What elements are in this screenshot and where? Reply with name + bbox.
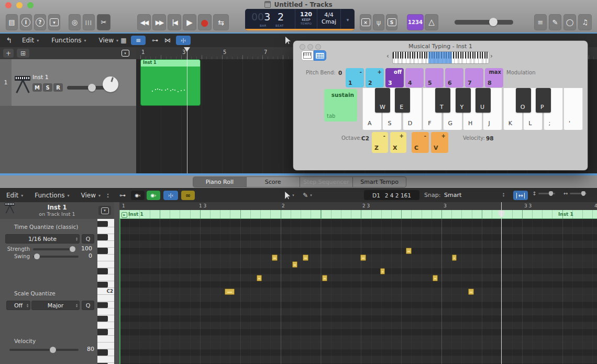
piano-key-black-row[interactable]: [97, 248, 114, 255]
collapse-button[interactable]: ▾▴: [103, 191, 113, 200]
octave-key-c[interactable]: C-: [412, 132, 429, 153]
midi-note[interactable]: [225, 289, 235, 295]
tab-step-sequencer[interactable]: Step Sequencer: [300, 177, 353, 187]
piano-roll-playhead[interactable]: [501, 202, 502, 364]
scale-root-dropdown[interactable]: Off ▴▾: [6, 301, 30, 310]
typing-view-toggle[interactable]: [314, 50, 326, 61]
black-key-u[interactable]: U: [476, 88, 491, 113]
apple-loops-button[interactable]: ◯: [563, 14, 576, 30]
count-in-button[interactable]: 1234: [407, 14, 424, 30]
scale-quantize-apply-button[interactable]: Q: [82, 301, 94, 310]
track-list-empty[interactable]: [0, 106, 136, 173]
browsers-button[interactable]: ♫: [578, 14, 592, 30]
sustain-key[interactable]: sustain tab: [324, 89, 357, 122]
lcd-key-signature[interactable]: 4/4 Cmaj: [317, 9, 340, 30]
track-header-options-button[interactable]: ▾: [119, 49, 131, 58]
list-editors-button[interactable]: ≡: [534, 14, 547, 30]
add-track-button[interactable]: +: [3, 49, 14, 58]
octave-key-v[interactable]: V+: [431, 132, 448, 153]
piano-key-white-row[interactable]: [97, 261, 114, 268]
quantize-apply-button[interactable]: Q: [82, 234, 94, 244]
midi-note[interactable]: [468, 289, 474, 295]
tracks-playhead[interactable]: [187, 47, 187, 173]
menu-edit[interactable]: Edit▾: [20, 37, 41, 44]
black-key-t[interactable]: T: [435, 88, 450, 113]
swing-knob[interactable]: [34, 253, 40, 259]
black-key[interactable]: [97, 221, 108, 227]
horizontal-zoom-track[interactable]: [570, 193, 587, 194]
smart-controls-button[interactable]: ◎: [69, 14, 81, 30]
automation-button[interactable]: ⊶: [116, 191, 129, 200]
lcd-display[interactable]: 003 2 BAR BEAT 120 KEEP TEMPO 4/4 Cmaj ▾: [245, 9, 355, 30]
midi-region[interactable]: Inst 1: [140, 59, 201, 106]
swing-slider[interactable]: [33, 256, 79, 258]
pan-knob[interactable]: [103, 76, 118, 92]
menu-edit[interactable]: Edit▾: [4, 192, 25, 199]
lcd-mode-chevron[interactable]: ▾: [340, 9, 355, 30]
rewind-button[interactable]: ◀◀: [137, 14, 151, 30]
snap-stepper[interactable]: ▴▾: [503, 192, 504, 197]
mod-key-8[interactable]: 8max: [485, 68, 503, 87]
vertical-zoom-knob[interactable]: [549, 191, 553, 196]
black-key-y[interactable]: Y: [456, 88, 471, 113]
piano-key-black-row[interactable]: [97, 220, 114, 227]
lcd-tempo[interactable]: 120 KEEP TEMPO: [295, 9, 317, 30]
black-key-p[interactable]: P: [536, 88, 551, 113]
midi-note[interactable]: [292, 261, 297, 268]
piano-key-black-row[interactable]: [97, 329, 114, 336]
vertical-zoom-control[interactable]: ↕: [532, 191, 555, 196]
white-key-apostrophe[interactable]: ': [563, 88, 583, 130]
piano-keys-strip[interactable]: C2: [97, 219, 114, 364]
scale-type-dropdown[interactable]: Major ▴▾: [31, 301, 80, 310]
piano-key-black-row[interactable]: [97, 349, 114, 356]
black-key-o[interactable]: O: [516, 88, 531, 113]
piano-key-white-row[interactable]: [97, 308, 114, 315]
tuner-button[interactable]: ψ: [373, 14, 384, 30]
menu-view[interactable]: View▾: [79, 192, 103, 199]
keyboard-view-toggle[interactable]: [301, 50, 314, 61]
mod-key-7[interactable]: 7: [465, 68, 483, 87]
autopunch-button[interactable]: ×: [360, 14, 371, 30]
midi-note[interactable]: [303, 255, 308, 261]
mute-button[interactable]: M: [32, 83, 42, 92]
octave-right-chevron[interactable]: ›: [490, 52, 493, 60]
piano-key-white-row[interactable]: [97, 227, 114, 234]
solo-button[interactable]: S: [43, 83, 52, 92]
piano-key-white-row[interactable]: [97, 241, 114, 248]
grid-view-button[interactable]: ▦: [117, 36, 130, 45]
mod-key-4[interactable]: 4: [405, 68, 424, 87]
back-button[interactable]: ↰: [3, 36, 15, 45]
library-button[interactable]: ▤: [6, 14, 18, 30]
menu-functions[interactable]: Functions▾: [32, 192, 71, 199]
midi-note[interactable]: [406, 248, 412, 254]
mod-key-5[interactable]: 5: [425, 68, 444, 87]
midi-note[interactable]: [380, 268, 385, 274]
pointer-tool-button[interactable]: [283, 36, 293, 45]
midi-out-button[interactable]: ◉›: [147, 191, 160, 200]
midi-note[interactable]: [452, 255, 457, 261]
track-name[interactable]: Inst 1: [32, 74, 49, 81]
region-play-icon[interactable]: ▶: [121, 212, 127, 218]
piano-key-black-row[interactable]: [97, 234, 114, 241]
tab-piano-roll[interactable]: Piano Roll: [193, 177, 247, 187]
octave-key-z[interactable]: Z-: [372, 132, 388, 153]
velocity-knob[interactable]: [50, 347, 56, 353]
quick-help-button[interactable]: ?: [34, 14, 46, 30]
auto-zoom-button[interactable]: ↔: [513, 191, 528, 200]
piano-key-white-row[interactable]: [97, 322, 114, 329]
black-key[interactable]: [97, 248, 108, 254]
piano-key-white-row[interactable]: C2: [97, 288, 114, 295]
midi-note[interactable]: [433, 275, 438, 281]
link-region-button[interactable]: ▾: [98, 206, 111, 215]
catch-playhead-button[interactable]: ›|‹: [163, 191, 178, 200]
play-button[interactable]: ▶: [183, 14, 196, 30]
horizontal-zoom-control[interactable]: ↔: [563, 191, 587, 196]
forward-button[interactable]: ▶▶: [152, 14, 166, 30]
mod-key-6[interactable]: 6: [445, 68, 463, 87]
record-button[interactable]: ●: [198, 14, 212, 30]
note-pads-button[interactable]: ✎: [549, 14, 561, 30]
mod-key-2[interactable]: 2+: [366, 68, 384, 87]
black-key[interactable]: [97, 349, 108, 356]
duplicate-track-button[interactable]: ⊞: [17, 49, 29, 58]
black-key[interactable]: [97, 316, 108, 322]
